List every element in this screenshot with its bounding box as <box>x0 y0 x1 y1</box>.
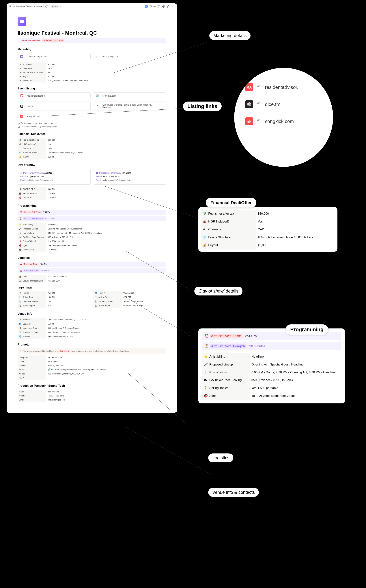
table-row: 💸Fee is net after tax$50,000 <box>18 138 166 142</box>
table-row: 🛫Departing AirportLAX <box>18 299 90 303</box>
marketing-table: $Ad Spend$10,000$Dark Ads?YES$Ground Tra… <box>18 62 166 82</box>
listing-grid: RAresidentadvisor.net🔗ilsonique.com🎲dice… <box>18 92 166 120</box>
annotation-venue: Venue info & contacts <box>208 488 259 497</box>
marketing-bookmarks: 🎟tickets.ilsonique.com📄docs.google.com <box>18 53 166 60</box>
table-row: 🎤Proposed LineupOpening Act, Special Gue… <box>202 361 341 368</box>
table-row: 🪑Selling Tables?Yes, $500 per table <box>18 239 166 243</box>
pickup-callout: 🚗Pick-up Time: 2:00 PM <box>18 262 166 267</box>
svg-point-6 <box>96 174 97 174</box>
avatar[interactable]: an <box>145 5 148 8</box>
financial-table: 💸Fee is net after tax$50,000🏨HGR Include… <box>18 138 166 159</box>
share-button[interactable]: Share <box>150 5 156 8</box>
star-icon[interactable] <box>167 5 170 8</box>
zoom-financial: Financial Deal/Offer 💸Fee is net after t… <box>198 207 337 252</box>
svg-point-7 <box>97 174 98 174</box>
more-icon[interactable] <box>172 5 175 8</box>
table-row: ✈Flight #AC1234 <box>18 291 90 295</box>
page-icon[interactable] <box>18 17 26 26</box>
table-row: 🚉Departing StationToronto Union Station <box>93 299 166 303</box>
breadcrumb-icon: 🎟 <box>13 5 15 8</box>
table-row: 🛬Arrival AirportYUL <box>18 303 90 308</box>
table-row: 🏨HotelRitz-Carlton Montreal <box>18 275 166 279</box>
chevron-down-icon[interactable]: ▾ <box>60 6 61 7</box>
table-row: $Ground Transportation$500 <box>18 70 166 74</box>
offer-label: OFFER DEADLINE: <box>20 39 41 42</box>
dayofshow-contact-card: Day of Show Contact: Jane Doe Phone: +1 … <box>18 169 91 184</box>
zoom-listing-row[interactable]: sksongkick.com <box>245 113 326 130</box>
dropoff-callout: 🚗Drop-off Time: 12:00 AM <box>18 268 166 273</box>
postshow-assets-row: Post-show Assets: drive.google.com <box>18 126 166 128</box>
listing-bookmark[interactable]: RAresidentadvisor.net <box>18 92 91 99</box>
flight-train-heading: Flight / Train <box>18 286 166 289</box>
table-row: 💰Buyout$5,000 <box>18 155 166 159</box>
svg-point-3 <box>174 6 174 7</box>
table-row: NameBob Williams <box>18 390 166 394</box>
listing-bookmark[interactable]: 🔗ilsonique.com <box>93 92 166 99</box>
page-content: Ilsonique Festival - Montreal, QC OFFER … <box>7 9 177 413</box>
zoom-listing-row[interactable]: RAresidentadvisor. <box>245 79 326 96</box>
table-row: 🎟GA Ticket Price Scaling$50 (Advance), $… <box>18 235 166 239</box>
svg-rect-5 <box>96 173 98 174</box>
listing-bookmark[interactable]: 🎲dice.fm <box>18 102 91 111</box>
flight-table: ✈Flight #AC1234🕐Arrival Time1:00 PM🛫Depa… <box>18 291 90 308</box>
dayofshow-times-table: 🚪DOORS OPEN6:00 PM🎬SHOW STARTS7:30 PM⛔CU… <box>18 187 166 200</box>
table-row: 🎚Stage or DJ BoothMain Stage, DJ Booth o… <box>18 330 166 334</box>
promoter-note: ? This information would be best kept in… <box>18 349 166 354</box>
table-row: Email🔗 XYZ Promotions| Promotional Produ… <box>18 367 166 372</box>
table-row: CompanyXYZ Promotions <box>18 355 166 359</box>
comment-icon[interactable] <box>157 5 160 8</box>
table-row: 🎬SHOW STARTS7:30 PM <box>18 191 166 196</box>
logistics-table: 🏨HotelRitz-Carlton Montreal🚐Ground Trans… <box>18 275 166 283</box>
transport-contact-card: Transportation Contact: John Smith Phone… <box>93 169 166 184</box>
table-row: 🎤Proposed LineupOpening Act, Special Gue… <box>18 227 166 231</box>
breadcrumb[interactable]: Ilsonique Festival – Montreal, QC <box>16 5 48 8</box>
promoter-heading: Promoter <box>18 343 166 346</box>
table-row: $Dark Ads?YES <box>18 66 166 70</box>
page-title: Ilsonique Festival - Montreal, QC <box>18 30 166 36</box>
annotation-marketing: Marketing details <box>209 31 251 40</box>
table-row: 💰Buyout$5,000 <box>201 241 335 249</box>
table-row: 🏨HGR Included?Yes <box>201 218 335 225</box>
notion-window: 🎟 Ilsonique Festival – Montreal, QC Priv… <box>7 3 177 413</box>
table-row: ⛔CURFEW11:00 PM <box>18 196 166 200</box>
listing-bookmark[interactable]: 🎵Live Music, Concert Tickets & Tour Date… <box>93 102 166 111</box>
annotation-listing: Listing links <box>183 102 222 111</box>
annotation-logistics: Logistics <box>208 453 233 462</box>
contact-cards: Day of Show Contact: Jane Doe Phone: +1 … <box>18 169 166 184</box>
table-row: 🕓Arrival Time4:00 PM <box>93 295 166 299</box>
privacy-badge: Private <box>51 5 59 8</box>
table-row: 💎Bonus Structure10% of ticket sales abov… <box>201 233 335 241</box>
zoom-listing-links: RAresidentadvisor.🎲dice.fmsksongkick.com <box>234 68 333 167</box>
table-row: 🏃Run of show6:00 PM - Doors, 7:30 PM - O… <box>202 368 341 376</box>
offer-deadline-callout: OFFER DEADLINE: October 15, 2024 <box>18 38 166 43</box>
table-row: 🏨HGR Included?Yes <box>18 142 166 146</box>
annotation-financial: Financial Deal/Offer <box>206 198 256 207</box>
annotation-dayofshow: ‘Day of show’ details <box>194 287 243 295</box>
zoom-programming: ⏰Artist Set Time: 8:30 PM ⏳Artist Set Le… <box>198 328 345 403</box>
table-row: 💎Bonus Structure10% of ticket sales abov… <box>18 151 166 155</box>
table-row: ⇄CurrencyCAD <box>201 225 335 233</box>
svg-point-4 <box>21 172 22 173</box>
marketing-heading: Marketing <box>18 48 166 51</box>
table-row: Emailbob@ilsonique.com <box>18 398 166 402</box>
promo-assets-row: Promo Assets: drive.google.com <box>18 122 166 124</box>
table-row: 👥Capacity15,000 <box>18 322 166 326</box>
menu-icon[interactable] <box>9 5 12 8</box>
table-row: ⭐Artist billingHeadliner <box>18 222 166 227</box>
table-row: 💸Fee is net after tax$50,000 <box>201 210 335 218</box>
table-row: 📵Phone PolicyNo filming <box>18 248 166 252</box>
offer-date: October 15, 2024 <box>42 39 64 42</box>
listing-heading: Event listing <box>18 87 166 90</box>
table-row: 🚉Arrival AirportMontreal Central Station <box>93 303 166 308</box>
table-row: 🏃Run of show6:00 PM - Doors, 7:30 PM - O… <box>18 231 166 235</box>
programming-table: ⭐Artist billingHeadliner🎤Proposed Lineup… <box>18 222 166 252</box>
bookmark[interactable]: 🎟tickets.ilsonique.com <box>18 53 91 60</box>
set-time-callout: ⏰Artist Set Time: 8:30 PM <box>18 210 166 215</box>
venue-table: 📍Address1234 Festival Ave, Montreal, QC,… <box>18 318 166 339</box>
table-row: 🚪DOORS OPEN6:00 PM <box>18 187 166 191</box>
listing-bookmark[interactable]: sksongkick.com <box>18 113 166 120</box>
zoom-listing-row[interactable]: 🎲dice.fm <box>245 96 326 113</box>
clock-icon[interactable] <box>162 5 165 8</box>
set-length-callout: ⏳Artist Set Length: 90 minutes <box>18 216 166 221</box>
venue-heading: Venue info <box>18 312 166 315</box>
